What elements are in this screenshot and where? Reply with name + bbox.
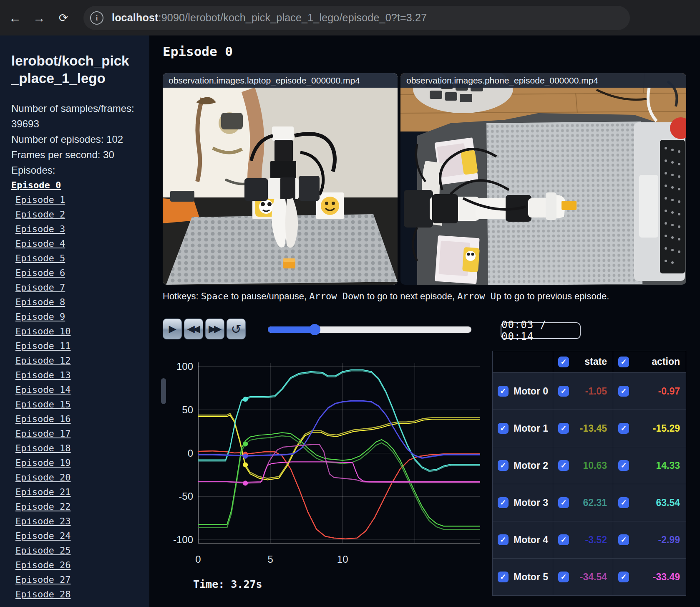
motor-state-value: -13.45 [580, 423, 607, 434]
episode-link-episode-7[interactable]: Episode 7 [11, 280, 149, 295]
motor-0-action-checkbox[interactable]: ✓ [618, 386, 629, 397]
action-column-checkbox[interactable]: ✓ [618, 357, 629, 367]
motor-row-2: ✓Motor 2✓10.63✓14.33 [493, 447, 686, 484]
motor-2-action-checkbox[interactable]: ✓ [618, 460, 629, 471]
motor-5-checkbox[interactable]: ✓ [498, 572, 509, 582]
axis-tick-label: -50 [179, 491, 193, 502]
episode-link-episode-1[interactable]: Episode 1 [11, 192, 149, 207]
forward-button[interactable]: → [30, 9, 48, 27]
address-bar[interactable]: i localhost:9090/lerobot/koch_pick_place… [83, 6, 630, 30]
video-laptop-frame [163, 73, 398, 285]
motor-4-action-checkbox[interactable]: ✓ [618, 534, 629, 545]
motor-2-checkbox[interactable]: ✓ [498, 460, 509, 471]
back-button[interactable]: ← [6, 9, 24, 27]
episode-link-episode-19[interactable]: Episode 19 [11, 455, 149, 470]
series-motor-0-state [198, 451, 480, 539]
episode-link-episode-28[interactable]: Episode 28 [11, 587, 149, 602]
motor-name-label: Motor 3 [514, 497, 548, 508]
episode-link-episode-15[interactable]: Episode 15 [11, 397, 149, 412]
episode-link-episode-11[interactable]: Episode 11 [11, 339, 149, 353]
motor-1-action-checkbox[interactable]: ✓ [618, 423, 629, 434]
motor-3-state-checkbox[interactable]: ✓ [558, 497, 569, 508]
motor-1-state-checkbox[interactable]: ✓ [558, 423, 569, 434]
motor-action-value: -2.99 [658, 534, 680, 546]
episode-link-episode-6[interactable]: Episode 6 [11, 266, 149, 280]
episode-link-episode-10[interactable]: Episode 10 [11, 324, 149, 339]
motor-row-4: ✓Motor 4✓-3.52✓-2.99 [493, 521, 686, 559]
motor-action-value: 14.33 [656, 460, 680, 471]
rewind-button[interactable]: ◀◀ [184, 319, 203, 339]
fast-forward-button[interactable]: ▶▶ [205, 319, 224, 339]
episode-link-episode-0[interactable]: Episode 0 [11, 178, 149, 192]
video-phone-frame [400, 73, 686, 285]
seek-slider-fill [268, 326, 315, 333]
episode-link-episode-2[interactable]: Episode 2 [11, 207, 149, 222]
motor-5-state-checkbox[interactable]: ✓ [558, 572, 569, 582]
url-text[interactable]: localhost:9090/lerobot/koch_pick_place_1… [112, 12, 427, 24]
stat-fps: Frames per second: 30 [11, 147, 136, 162]
dataset-title: lerobot/koch_pick_place_1_lego [11, 52, 136, 87]
motor-1-checkbox[interactable]: ✓ [498, 423, 509, 434]
motor-table-header: ✓state✓action [493, 351, 686, 373]
episode-link-episode-9[interactable]: Episode 9 [11, 309, 149, 324]
axis-tick-label: 0 [188, 448, 193, 459]
motor-state-value: -1.05 [585, 386, 607, 397]
episode-link-episode-12[interactable]: Episode 12 [11, 353, 149, 368]
state-column-checkbox[interactable]: ✓ [558, 357, 569, 367]
video-phone[interactable]: observation.images.phone_episode_000000.… [400, 73, 686, 285]
current-time-marker-motor-1 [243, 462, 248, 467]
motor-name-cell: ✓Motor 2 [493, 447, 553, 484]
episode-link-episode-14[interactable]: Episode 14 [11, 382, 149, 397]
motor-table: ✓state✓action✓Motor 0✓-1.05✓-0.97✓Motor … [492, 351, 686, 596]
site-info-icon[interactable]: i [90, 11, 103, 25]
hotkey-text: Hotkeys: [163, 291, 201, 301]
current-time-marker-motor-5 [243, 481, 248, 486]
motor-row-3: ✓Motor 3✓62.31✓63.54 [493, 484, 686, 521]
scrollbar-thumb[interactable] [161, 378, 166, 404]
axis-tick-label: 0 [195, 554, 201, 564]
episode-link-episode-13[interactable]: Episode 13 [11, 368, 149, 382]
motor-name-cell: ✓Motor 3 [493, 484, 553, 521]
motor-4-state-checkbox[interactable]: ✓ [558, 534, 569, 545]
motor-state-cell: ✓-34.54 [553, 559, 613, 595]
episode-link-episode-24[interactable]: Episode 24 [11, 529, 149, 543]
video-laptop-title: observation.images.laptop_episode_000000… [163, 73, 398, 88]
play-button[interactable]: ▶ [163, 319, 182, 339]
episode-link-episode-4[interactable]: Episode 4 [11, 236, 149, 251]
fast-forward-icon: ▶▶ [209, 324, 220, 334]
info-glyph: i [96, 13, 98, 23]
motor-2-state-checkbox[interactable]: ✓ [558, 460, 569, 471]
loop-button[interactable]: ↺ [227, 319, 246, 339]
motor-5-action-checkbox[interactable]: ✓ [618, 572, 629, 582]
video-phone-filename: observation.images.phone_episode_000000.… [406, 76, 598, 86]
episode-link-episode-8[interactable]: Episode 8 [11, 295, 149, 309]
episode-link-episode-17[interactable]: Episode 17 [11, 426, 149, 441]
hotkey-text: to go to previous episode. [501, 291, 609, 301]
motor-4-checkbox[interactable]: ✓ [498, 534, 509, 545]
series-motor-4-action [198, 401, 480, 458]
seek-slider[interactable] [268, 326, 471, 333]
episode-link-episode-22[interactable]: Episode 22 [11, 499, 149, 514]
episode-link-episode-20[interactable]: Episode 20 [11, 470, 149, 485]
motor-0-state-checkbox[interactable]: ✓ [558, 386, 569, 397]
reload-button[interactable]: ⟳ [54, 9, 73, 27]
video-laptop-filename: observation.images.laptop_episode_000000… [169, 76, 360, 86]
seek-slider-thumb[interactable] [309, 324, 320, 335]
episode-link-episode-5[interactable]: Episode 5 [11, 251, 149, 266]
episode-link-episode-3[interactable]: Episode 3 [11, 222, 149, 236]
motor-3-action-checkbox[interactable]: ✓ [618, 497, 629, 508]
motor-3-checkbox[interactable]: ✓ [498, 497, 509, 508]
series-motor-2-action [198, 432, 480, 526]
episode-link-episode-25[interactable]: Episode 25 [11, 543, 149, 558]
episode-link-episode-26[interactable]: Episode 26 [11, 558, 149, 572]
episode-link-episode-27[interactable]: Episode 27 [11, 572, 149, 587]
episode-link-episode-21[interactable]: Episode 21 [11, 485, 149, 499]
video-laptop[interactable]: observation.images.laptop_episode_000000… [163, 73, 398, 285]
series-motor-0-action [198, 451, 480, 539]
motor-chart[interactable]: 100500-50-1000510 [169, 353, 482, 564]
episode-link-episode-18[interactable]: Episode 18 [11, 441, 149, 455]
episode-link-episode-23[interactable]: Episode 23 [11, 514, 149, 529]
episode-link-episode-16[interactable]: Episode 16 [11, 412, 149, 426]
motor-0-checkbox[interactable]: ✓ [498, 386, 509, 397]
motor-state-cell: ✓-1.05 [553, 373, 613, 410]
